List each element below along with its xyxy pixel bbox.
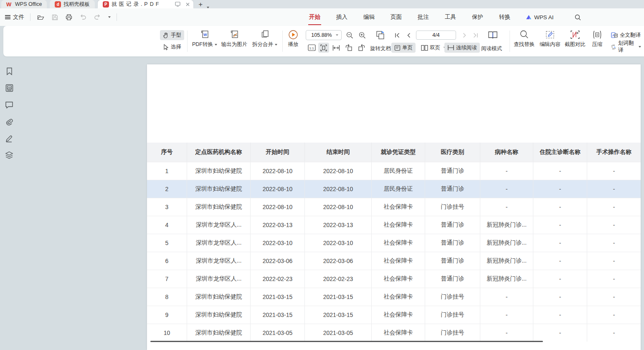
word-translate-button[interactable]: Ax 划词翻译 bbox=[608, 42, 644, 52]
file-menu-button[interactable]: 文件 bbox=[5, 13, 24, 21]
redo-icon[interactable] bbox=[93, 13, 101, 21]
table-cell: - bbox=[587, 252, 641, 270]
compress-button[interactable]: 压缩 bbox=[588, 30, 606, 48]
document-viewport[interactable]: 序号定点医药机构名称开始时间结束时间就诊凭证类型医疗类别病种名称住院主诊断名称手… bbox=[18, 56, 644, 350]
hand-tool-button[interactable]: 手型 bbox=[160, 30, 184, 40]
table-cell: 7 bbox=[147, 270, 187, 288]
print-icon[interactable] bbox=[65, 13, 73, 21]
table-cell: 2022-03-10 bbox=[305, 234, 372, 252]
table-cell: 3 bbox=[147, 198, 187, 216]
layers-panel-icon[interactable] bbox=[5, 150, 14, 160]
divider bbox=[117, 13, 117, 21]
last-page-button[interactable] bbox=[470, 30, 480, 40]
continuous-read-button[interactable]: 连续阅读 bbox=[444, 43, 480, 53]
table-cell: - bbox=[587, 234, 641, 252]
table-row: 7深圳市龙华区人...2022-02-232022-02-23社会保障卡普通门诊… bbox=[147, 270, 641, 288]
find-replace-button[interactable]: 查找替换 bbox=[511, 30, 537, 48]
full-translate-button[interactable]: A 全文翻译 bbox=[608, 30, 644, 40]
page-number-input[interactable] bbox=[419, 32, 453, 38]
table-cell: - bbox=[587, 216, 641, 234]
left-sidebar bbox=[0, 56, 18, 350]
table-header-row: 序号定点医药机构名称开始时间结束时间就诊凭证类型医疗类别病种名称住院主诊断名称手… bbox=[147, 143, 641, 162]
table-body: 1深圳市妇幼保健院2022-08-102022-08-10居民身份证普通门诊--… bbox=[147, 162, 641, 342]
table-cell: 2022-08-10 bbox=[251, 198, 305, 216]
select-tool-button[interactable]: 选择 bbox=[160, 42, 184, 52]
menu-tab-convert[interactable]: 转换 bbox=[498, 12, 511, 23]
rotate-left-button[interactable] bbox=[343, 43, 354, 53]
tab-label: WPS Office bbox=[15, 1, 42, 7]
thumbnail-panel-icon[interactable] bbox=[5, 83, 14, 93]
close-tab-icon[interactable] bbox=[185, 2, 190, 7]
play-icon bbox=[288, 30, 298, 40]
menu-tab-comment[interactable]: 批注 bbox=[417, 12, 430, 23]
full-translate-icon: A bbox=[611, 32, 618, 38]
table-cell: 社会保障卡 bbox=[372, 324, 425, 342]
split-merge-button[interactable]: 拆分合并 bbox=[250, 30, 280, 48]
table-cell: 2022-03-06 bbox=[305, 252, 372, 270]
ribbon-tabs: 开始 插入 编辑 页面 批注 工具 保护 转换 WPS AI bbox=[308, 8, 581, 26]
docer-icon: d bbox=[55, 1, 61, 8]
menu-tab-page[interactable]: 页面 bbox=[390, 12, 403, 23]
zoom-out-button[interactable] bbox=[344, 30, 355, 40]
table-row: 10深圳市妇幼保健院2021-03-052021-03-05社会保障卡门诊挂号-… bbox=[147, 324, 641, 342]
tab-document-active[interactable]: P 就医记录.PDF bbox=[98, 0, 193, 8]
annotate-pen-icon[interactable] bbox=[5, 133, 14, 143]
zoom-level-control[interactable] bbox=[306, 30, 342, 40]
tab-docer-templates[interactable]: d 找稻壳模板 bbox=[50, 0, 95, 8]
next-page-button[interactable] bbox=[459, 30, 469, 40]
table-header-cell: 医疗类别 bbox=[425, 143, 480, 162]
save-icon[interactable] bbox=[51, 13, 59, 21]
quickbar-chevron-icon[interactable] bbox=[108, 16, 111, 18]
bookmark-panel-icon[interactable] bbox=[5, 66, 14, 76]
continuous-read-label: 连续阅读 bbox=[456, 44, 477, 51]
first-page-button[interactable] bbox=[392, 30, 402, 40]
zoom-chevron-icon[interactable] bbox=[336, 34, 338, 36]
rotate-doc-label[interactable]: 旋转文档 bbox=[370, 45, 391, 52]
undo-icon[interactable] bbox=[79, 13, 87, 21]
menu-tab-protect[interactable]: 保护 bbox=[471, 12, 484, 23]
edit-content-button[interactable]: 编辑内容 bbox=[537, 30, 563, 48]
tab-wps-office[interactable]: W WPS Office bbox=[1, 0, 47, 8]
table-cell: 深圳市妇幼保健院 bbox=[187, 180, 251, 198]
menu-search-icon[interactable] bbox=[575, 14, 581, 20]
fit-page-button[interactable] bbox=[318, 43, 329, 53]
page-number-control[interactable] bbox=[416, 31, 456, 40]
wps-ai-button[interactable]: WPS AI bbox=[525, 14, 554, 20]
menu-tab-insert[interactable]: 插入 bbox=[335, 12, 348, 23]
zoom-in-button[interactable] bbox=[357, 30, 368, 40]
tab-label: 就医记录.PDF bbox=[112, 1, 161, 8]
table-cell: 2 bbox=[147, 180, 187, 198]
export-image-button[interactable]: 输出为图片 bbox=[220, 30, 249, 48]
table-header-cell: 开始时间 bbox=[251, 143, 305, 162]
rotate-right-button[interactable] bbox=[356, 43, 367, 53]
prev-page-button[interactable] bbox=[403, 30, 413, 40]
single-page-button[interactable]: 单页 bbox=[391, 43, 416, 53]
replace-page-button[interactable] bbox=[373, 29, 387, 41]
play-button[interactable]: 播放 bbox=[285, 30, 302, 48]
menu-tab-edit[interactable]: 编辑 bbox=[363, 12, 375, 23]
find-replace-icon bbox=[520, 30, 529, 40]
enter-read-screen-icon[interactable] bbox=[175, 2, 180, 7]
menu-tab-home[interactable]: 开始 bbox=[308, 12, 321, 23]
new-tab-button[interactable]: + bbox=[198, 1, 203, 8]
read-mode-label[interactable]: 阅读模式 bbox=[481, 45, 502, 52]
open-file-icon[interactable] bbox=[36, 13, 45, 21]
zoom-level-input[interactable] bbox=[309, 32, 334, 38]
table-cell: 普通门诊 bbox=[425, 216, 480, 234]
menu-tab-tools[interactable]: 工具 bbox=[444, 12, 457, 23]
screenshot-compare-button[interactable]: 截图对比 bbox=[562, 30, 588, 48]
comments-panel-icon[interactable] bbox=[5, 100, 14, 110]
table-cell: 深圳市妇幼保健院 bbox=[187, 162, 251, 180]
pdf-convert-button[interactable]: W PDF转换 bbox=[190, 30, 220, 48]
actual-size-button[interactable]: 1:1 bbox=[307, 43, 317, 53]
fit-width-button[interactable] bbox=[331, 43, 342, 53]
table-header-cell: 住院主诊断名称 bbox=[533, 143, 587, 162]
table-cell: 5 bbox=[147, 234, 187, 252]
divider bbox=[187, 31, 188, 52]
table-cell: - bbox=[480, 162, 533, 180]
embedded-horizontal-scrollbar[interactable] bbox=[150, 341, 543, 342]
hand-tool-label: 手型 bbox=[171, 32, 181, 39]
table-cell: 9 bbox=[147, 306, 187, 324]
attachments-panel-icon[interactable] bbox=[5, 117, 14, 126]
read-mode-icon[interactable] bbox=[486, 29, 499, 41]
